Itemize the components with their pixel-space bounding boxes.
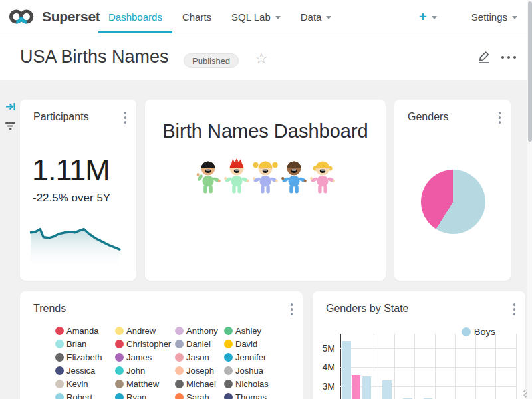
legend-label: Jason [186, 352, 209, 362]
filter-icon[interactable] [5, 121, 17, 131]
legend-label: Ryan [126, 392, 146, 399]
gridline [455, 334, 456, 399]
genders-card: Genders [394, 100, 511, 281]
page-scrollbar-track[interactable] [527, 0, 532, 399]
trends-legend-item-sarah[interactable]: Sarah [175, 390, 224, 399]
more-options-icon[interactable] [501, 56, 516, 59]
kebab-menu-icon[interactable] [497, 110, 503, 125]
kebab-menu-icon[interactable] [123, 110, 128, 125]
trends-legend-item-andrew[interactable]: Andrew [115, 324, 175, 337]
trends-legend-item-christopher[interactable]: Christopher [115, 337, 175, 350]
children-illustration [145, 158, 386, 194]
trends-legend-item-brian[interactable]: Brian [55, 337, 115, 350]
chart-title: Participants [33, 111, 89, 123]
trends-legend-item-matthew[interactable]: Matthew [115, 377, 175, 390]
top-navbar: Superset DashboardsChartsSQL LabData + S… [0, 0, 527, 33]
trends-legend-item-thomas[interactable]: Thomas [224, 390, 297, 399]
bar-boys[interactable] [382, 380, 392, 399]
chevron-down-icon [512, 16, 517, 19]
trends-legend-item-robert[interactable]: Robert [55, 390, 115, 399]
trends-legend-item-elizabeth[interactable]: Elizabeth [55, 350, 115, 364]
brand-name: Superset [42, 9, 100, 25]
legend-label: James [126, 352, 152, 362]
legend-dot [224, 393, 233, 399]
legend-label: Jessica [66, 366, 95, 376]
legend-label: Michael [186, 379, 216, 389]
legend-dot [175, 327, 184, 335]
trends-legend-item-james[interactable]: James [115, 350, 175, 364]
legend-dot [224, 327, 233, 335]
participants-card: Participants 1.11M -22.5% over 5Y [20, 100, 136, 281]
trends-legend-item-ryan[interactable]: Ryan [115, 390, 175, 399]
chevron-down-icon [432, 16, 437, 19]
legend-label: Amanda [66, 326, 98, 336]
legend-dot [175, 393, 184, 399]
trends-legend-item-joshua[interactable]: Joshua [224, 364, 297, 377]
trends-legend-item-amanda[interactable]: Amanda [55, 324, 115, 337]
expand-filters-icon[interactable] [5, 101, 17, 112]
page-title: USA Births Names [20, 47, 169, 67]
trends-legend-item-jason[interactable]: Jason [175, 350, 224, 364]
bar-girls[interactable] [352, 375, 361, 399]
legend-dot [115, 380, 124, 388]
legend-label: Jennifer [235, 352, 266, 362]
trends-legend-item-nicholas[interactable]: Nicholas [224, 377, 297, 390]
trends-legend-item-michael[interactable]: Michael [175, 377, 224, 390]
bar-boys[interactable] [362, 376, 372, 399]
kebab-menu-icon[interactable] [289, 302, 295, 317]
legend-dot [115, 393, 124, 399]
legend-label: Andrew [126, 326, 156, 336]
big-number-subheader: -22.5% over 5Y [33, 192, 110, 205]
trends-legend-item-jennifer[interactable]: Jennifer [224, 350, 297, 364]
legend-dot [175, 380, 184, 388]
legend-dot [175, 366, 184, 375]
gridline [414, 334, 415, 399]
y-axis-tick: 5M [313, 343, 335, 354]
legend-dot [55, 366, 64, 375]
markdown-card: Birth Names Dashboard [145, 100, 386, 281]
child-blue-shirt-icon [281, 158, 307, 194]
nav-item-label: SQL Lab [231, 11, 271, 23]
trends-legend-item-john[interactable]: John [115, 364, 175, 377]
bar-chart-plot: 5M4M3M [313, 291, 525, 399]
settings-menu[interactable]: Settings [471, 11, 517, 23]
published-badge[interactable]: Published [184, 53, 239, 68]
trends-legend-item-jessica[interactable]: Jessica [55, 364, 115, 377]
chevron-down-icon [275, 16, 281, 19]
edit-pencil-icon[interactable] [477, 49, 491, 66]
nav-item-data[interactable]: Data [291, 0, 342, 33]
trends-card: Trends AmandaAndrewAnthonyAshleyBrianChr… [20, 291, 303, 399]
trends-legend-item-daniel[interactable]: Daniel [175, 337, 224, 350]
nav-item-dashboards[interactable]: Dashboards [98, 0, 172, 33]
favorite-star-icon[interactable]: ☆ [255, 50, 268, 67]
page-scrollbar-thumb[interactable] [528, 1, 532, 142]
new-item-button[interactable]: + [419, 10, 437, 23]
trends-legend-item-ashley[interactable]: Ashley [224, 324, 297, 337]
chevron-down-icon [326, 16, 331, 19]
legend-dot [55, 340, 64, 348]
legend-label: Matthew [126, 379, 159, 389]
child-mint-shirt-icon [223, 158, 250, 194]
gridline [516, 334, 517, 399]
superset-logo[interactable]: Superset [8, 8, 100, 25]
y-axis-tick: 4M [313, 362, 335, 372]
legend-label: Kevin [66, 379, 88, 389]
child-green-shirt-icon [195, 158, 221, 194]
legend-label: Joshua [235, 366, 263, 376]
nav-item-label: Dashboards [108, 11, 162, 23]
trends-legend-item-anthony[interactable]: Anthony [175, 324, 224, 337]
nav-item-charts[interactable]: Charts [172, 0, 221, 33]
gridline [495, 334, 496, 399]
participants-sparkline [30, 226, 130, 269]
settings-label: Settings [471, 11, 507, 23]
genders-pie-chart[interactable] [421, 170, 485, 234]
y-axis-tick: 3M [313, 381, 335, 392]
trends-legend-item-david[interactable]: David [224, 337, 297, 350]
trends-legend-item-joseph[interactable]: Joseph [175, 364, 224, 377]
nav-item-sql-lab[interactable]: SQL Lab [221, 0, 291, 33]
bar-boys[interactable] [342, 341, 351, 399]
legend-dot [175, 340, 184, 348]
filter-bar [0, 80, 20, 399]
legend-dot [224, 353, 233, 362]
trends-legend-item-kevin[interactable]: Kevin [55, 377, 115, 390]
